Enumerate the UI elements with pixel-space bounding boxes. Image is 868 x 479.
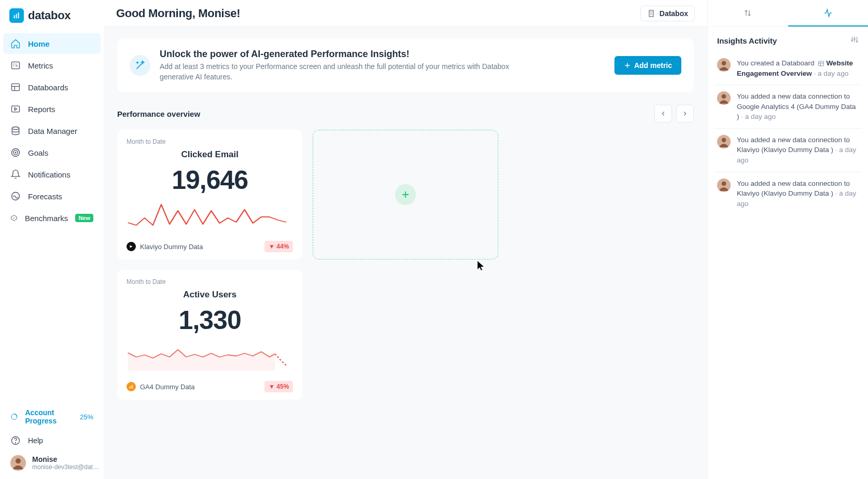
activity-item[interactable]: You created a Databoard Website Engageme… <box>714 52 862 85</box>
insights-tab-sort[interactable] <box>708 0 788 26</box>
svg-rect-2 <box>18 12 19 18</box>
activity-item[interactable]: You added a new data connection to Googl… <box>714 85 862 129</box>
svg-point-29 <box>722 138 726 142</box>
svg-point-6 <box>12 127 19 130</box>
svg-point-8 <box>13 150 18 155</box>
data-manager-icon <box>10 126 21 136</box>
svg-point-27 <box>722 94 726 99</box>
banner-subtitle: Add at least 3 metrics to your Performan… <box>160 62 533 82</box>
nav-label: Goals <box>28 148 48 157</box>
help-icon <box>10 435 21 446</box>
sidebar-item-data-manager[interactable]: Data Manager <box>3 120 101 141</box>
svg-point-21 <box>854 38 856 39</box>
svg-rect-3 <box>12 62 20 69</box>
nav-label: Benchmarks <box>25 214 68 223</box>
chevron-left-icon <box>660 110 667 117</box>
card-period: Month to Date <box>127 138 293 145</box>
ga4-icon <box>127 382 136 391</box>
pager-prev-button[interactable] <box>654 105 672 122</box>
wand-icon <box>130 55 150 76</box>
user-email: monise-dev3test@datab… <box>32 463 100 471</box>
card-period: Month to Date <box>127 278 293 285</box>
activity-icon <box>823 8 833 18</box>
card-title: Clicked Email <box>127 149 293 160</box>
reports-icon <box>10 104 21 114</box>
svg-point-9 <box>15 152 16 153</box>
user-avatar <box>717 179 731 192</box>
svg-point-24 <box>722 61 726 65</box>
metric-card[interactable]: Month to Date Active Users 1,330 <box>117 270 302 400</box>
sidebar-item-notifications[interactable]: Notifications <box>3 164 101 185</box>
svg-rect-16 <box>649 10 653 17</box>
user-avatar <box>10 455 26 471</box>
sparkline <box>127 199 293 230</box>
nav-label: Forecasts <box>28 192 62 201</box>
help-label: Help <box>28 436 43 445</box>
nav-label: Databoards <box>28 83 68 92</box>
page-title: Good Morning, Monise! <box>116 7 240 20</box>
progress-icon <box>10 412 18 422</box>
plus-icon <box>624 62 631 69</box>
sidebar-item-reports[interactable]: Reports <box>3 99 101 119</box>
chevron-right-icon <box>681 110 689 117</box>
account-progress-label: Account Progress <box>25 408 71 425</box>
svg-rect-25 <box>819 61 824 66</box>
pager-next-button[interactable] <box>676 105 694 122</box>
help-link[interactable]: Help <box>3 430 101 451</box>
svg-point-15 <box>16 458 21 463</box>
sidebar-item-databoards[interactable]: Databoards <box>3 77 101 98</box>
databoard-mini-icon <box>818 60 824 67</box>
sidebar-item-benchmarks[interactable]: Benchmarks New <box>3 208 101 228</box>
svg-point-7 <box>12 149 20 157</box>
empty-slot <box>313 270 498 400</box>
sidebar: databox Home Metrics Databoards Reports … <box>0 0 104 479</box>
svg-rect-4 <box>12 84 20 90</box>
insights-settings-button[interactable] <box>850 35 859 46</box>
add-metric-card[interactable] <box>313 130 498 259</box>
account-switcher-button[interactable]: Databox <box>640 6 695 21</box>
top-bar: Good Morning, Monise! Databox <box>104 0 707 27</box>
plus-circle-icon <box>395 184 416 205</box>
insights-tab-activity[interactable] <box>788 0 869 26</box>
sliders-icon <box>850 35 859 44</box>
databox-logo-icon <box>9 8 24 23</box>
svg-point-31 <box>722 181 726 186</box>
ai-insights-banner: Unlock the power of AI-generated Perform… <box>117 38 694 92</box>
account-name: Databox <box>660 9 688 18</box>
nav-label: Notifications <box>28 170 71 179</box>
account-progress-link[interactable]: Account Progress 25% <box>3 403 101 430</box>
activity-list: You created a Databoard Website Engageme… <box>708 49 868 218</box>
sort-icon <box>743 8 752 18</box>
card-value: 19,646 <box>127 165 293 195</box>
sidebar-item-forecasts[interactable]: Forecasts <box>3 186 101 207</box>
insights-panel: Insights Activity You created a Databoar… <box>707 0 868 479</box>
user-avatar <box>717 91 731 105</box>
user-avatar <box>717 135 731 148</box>
svg-point-22 <box>856 41 858 43</box>
empty-slot <box>509 130 694 259</box>
brand-logo[interactable]: databox <box>0 5 104 33</box>
card-value: 1,330 <box>127 305 293 335</box>
sidebar-item-metrics[interactable]: Metrics <box>3 55 101 76</box>
account-progress-pct: 25% <box>80 413 93 421</box>
activity-item[interactable]: You added a new data connection to Klavi… <box>714 172 862 215</box>
svg-rect-5 <box>12 106 20 112</box>
card-delta: ▼ 45% <box>264 381 293 392</box>
main-nav: Home Metrics Databoards Reports Data Man… <box>0 33 104 228</box>
svg-point-13 <box>16 443 16 443</box>
activity-item[interactable]: You added a new data connection to Klavi… <box>714 129 862 172</box>
svg-rect-17 <box>130 387 130 388</box>
benchmarks-icon <box>10 213 18 223</box>
sidebar-item-goals[interactable]: Goals <box>3 142 101 163</box>
metric-card[interactable]: Month to Date Clicked Email 19,646 <box>117 130 302 259</box>
add-metric-button[interactable]: Add metric <box>614 56 681 75</box>
section-title: Performance overview <box>117 110 200 118</box>
activity-text: You added a new data connection to Klavi… <box>737 180 850 198</box>
card-source: Klaviyo Dummy Data <box>127 242 203 251</box>
svg-rect-1 <box>16 14 17 19</box>
svg-point-20 <box>851 39 853 41</box>
brand-name: databox <box>28 9 71 22</box>
insights-title: Insights Activity <box>717 36 777 45</box>
user-menu[interactable]: Monise monise-dev3test@datab… <box>3 451 101 475</box>
sidebar-item-home[interactable]: Home <box>3 33 101 54</box>
